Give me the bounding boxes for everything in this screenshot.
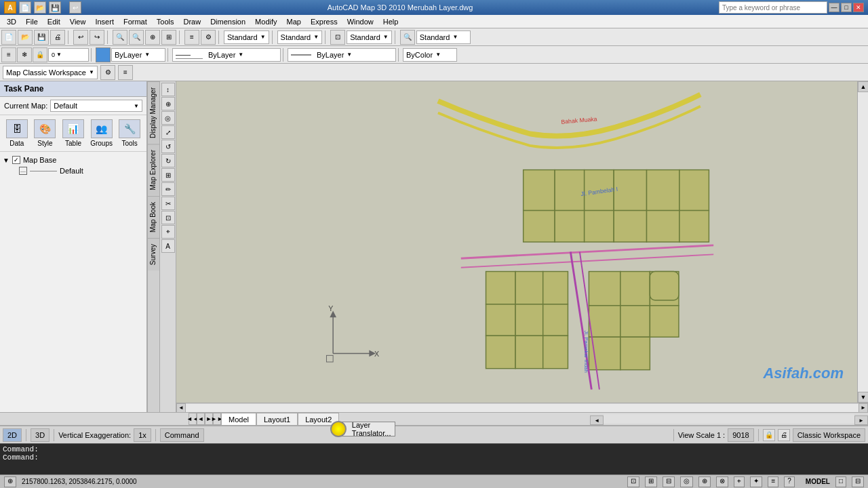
tb-zoom-out[interactable]: 🔍 <box>129 30 144 45</box>
tab-nav-last[interactable]: ►► <box>213 413 221 425</box>
polar-toggle[interactable]: ◎ <box>680 476 693 487</box>
menu-item-draw[interactable]: Draw <box>179 16 205 27</box>
task-icon-table[interactable]: 📊 Table <box>60 119 86 147</box>
osnap-toggle[interactable]: ⊕ <box>698 476 711 487</box>
ortho-toggle[interactable]: ⊟ <box>663 476 675 487</box>
status-print-icon[interactable]: 🖨 <box>778 429 790 441</box>
workspace-status-label[interactable]: Classic Workspace <box>793 428 865 442</box>
dyn-toggle[interactable]: ✦ <box>750 476 762 487</box>
menu-item-tools[interactable]: Tools <box>153 16 178 27</box>
standard-dropdown-2[interactable]: Standard ▼ <box>277 30 323 44</box>
tb-undo[interactable]: ↩ <box>73 30 88 45</box>
lineweight-dropdown[interactable]: ByLayer ▼ <box>288 48 396 62</box>
coord-toggle[interactable]: ⊕ <box>4 476 16 487</box>
layer-visibility-checkbox[interactable] <box>12 156 20 164</box>
snap-toggle[interactable]: ⊡ <box>627 476 639 487</box>
tab-layout1[interactable]: Layout1 <box>256 413 298 425</box>
draw-tb-btn-5[interactable]: ↺ <box>161 140 175 153</box>
draw-tb-btn-1[interactable]: ↕ <box>161 83 175 96</box>
tb-layer[interactable]: ≡ <box>184 30 199 45</box>
expand-icon[interactable]: ▼ <box>3 157 9 164</box>
display-manager-tab[interactable]: Display Manager <box>148 81 159 144</box>
default-layer-checkbox[interactable]: — <box>19 167 27 175</box>
draw-tb-btn-3[interactable]: ◎ <box>161 111 175 125</box>
tb-snap[interactable]: ⊡ <box>330 30 345 45</box>
lineweight-toggle[interactable]: ≡ <box>768 476 778 487</box>
map-explorer-tab[interactable]: Map Explorer <box>148 144 159 195</box>
scroll-left-button[interactable]: ◄ <box>176 403 186 413</box>
tb-search[interactable]: 🔍 <box>400 30 415 45</box>
scroll-track-horizontal[interactable] <box>186 404 859 412</box>
draw-tb-btn-2[interactable]: ⊕ <box>161 97 175 110</box>
tb-layer-lock[interactable]: 🔒 <box>33 47 47 62</box>
command-button[interactable]: Command <box>160 428 204 442</box>
menu-item-file[interactable]: File <box>22 16 42 27</box>
standard-dropdown-1[interactable]: Standard ▼ <box>224 30 269 44</box>
tb-new[interactable]: 📄 <box>1 30 16 45</box>
linetype-dropdown[interactable]: —— ByLayer ▼ <box>172 48 281 62</box>
lock-icon[interactable]: 🔒 <box>763 429 775 441</box>
qp-toggle[interactable]: ? <box>784 476 795 487</box>
menu-item-dimension[interactable]: Dimension <box>206 16 250 27</box>
task-icon-tools[interactable]: 🔧 Tools <box>117 119 142 147</box>
menu-item-express[interactable]: Express <box>307 16 342 27</box>
tb-zoom-in[interactable]: 🔍 <box>113 30 127 45</box>
menu-item-map[interactable]: Map <box>283 16 305 27</box>
menu-item-insert[interactable]: Insert <box>91 16 118 27</box>
layer-input[interactable]: 0 ▼ <box>48 48 89 62</box>
draw-tb-btn-8[interactable]: ✏ <box>161 182 175 196</box>
close-button[interactable]: ✕ <box>853 3 864 12</box>
tb-layer-freeze[interactable]: ❄ <box>17 47 32 62</box>
workspace-dropdown[interactable]: Map Classic Workspace ▼ <box>3 66 98 79</box>
scroll-right-button[interactable]: ► <box>859 403 868 413</box>
menu-item-window[interactable]: Window <box>343 16 378 27</box>
scroll-track-vertical[interactable] <box>858 92 868 392</box>
color-dropdown[interactable]: ByLayer ▼ <box>111 48 165 62</box>
layer-translator-popup[interactable]: Layer Translator... <box>336 422 396 436</box>
current-map-dropdown[interactable]: Default ▼ <box>50 100 142 112</box>
tb-redo[interactable]: ↪ <box>90 30 104 45</box>
tb-save[interactable]: 💾 <box>34 30 49 45</box>
plotstyle-dropdown[interactable]: ByColor ▼ <box>403 48 457 62</box>
tab-nav-prev[interactable]: ◄ <box>197 413 205 425</box>
task-icon-style[interactable]: 🎨 Style <box>33 119 58 147</box>
menu-item-edit[interactable]: Edit <box>43 16 64 27</box>
bottom-scrollbar[interactable]: ◄ ► <box>176 403 868 412</box>
tab-model[interactable]: Model <box>221 413 256 425</box>
minimize-button[interactable]: — <box>829 3 840 12</box>
menu-item-3d[interactable]: 3D <box>3 16 20 27</box>
workspace-settings-icon[interactable]: ⚙ <box>100 65 115 80</box>
tab-scroll-right[interactable]: ► <box>854 415 868 425</box>
draw-tb-btn-12[interactable]: A <box>161 239 175 253</box>
drawing-area[interactable]: Bahak Muaka <box>176 81 857 403</box>
tb-zoom-window[interactable]: ⊞ <box>161 30 176 45</box>
tb-properties[interactable]: ⚙ <box>201 30 216 45</box>
otrack-toggle[interactable]: ⊗ <box>716 476 728 487</box>
paper-model-toggle[interactable]: □ <box>835 476 846 487</box>
task-icon-data[interactable]: 🗄 Data <box>4 119 30 147</box>
scroll-up-button[interactable]: ▲ <box>858 81 868 92</box>
toolbar-icon-open[interactable]: 📂 <box>34 1 46 14</box>
btn-3d[interactable]: 3D <box>31 428 50 442</box>
draw-tb-btn-9[interactable]: ✂ <box>161 197 175 210</box>
menu-item-help[interactable]: Help <box>379 16 403 27</box>
tab-scroll-left[interactable]: ◄ <box>590 415 604 425</box>
draw-tb-btn-4[interactable]: ⤢ <box>161 125 175 139</box>
standard-dropdown-4[interactable]: Standard ▼ <box>416 30 471 44</box>
tb-color-swatch[interactable] <box>96 47 111 62</box>
draw-tb-btn-7[interactable]: ⊞ <box>161 168 175 182</box>
menu-item-view[interactable]: View <box>66 16 90 27</box>
vert-exag-value[interactable]: 1x <box>134 428 151 442</box>
draw-tb-btn-6[interactable]: ↻ <box>161 154 175 167</box>
tb-layer-mgr[interactable]: ≡ <box>1 47 16 62</box>
toolbar-icon-undo[interactable]: ↩ <box>69 1 81 14</box>
survey-tab[interactable]: Survey <box>148 238 159 270</box>
task-icon-groups[interactable]: 👥 Groups <box>89 119 115 147</box>
standard-dropdown-3[interactable]: Standard ▼ <box>347 30 392 44</box>
tb-open[interactable]: 📂 <box>18 30 33 45</box>
btn-2d[interactable]: 2D <box>3 428 22 442</box>
view-scale-value[interactable]: 9018 <box>728 428 753 442</box>
tab-nav-first[interactable]: ◄◄ <box>189 413 197 425</box>
tab-scroll-track[interactable] <box>604 414 854 424</box>
scroll-down-button[interactable]: ▼ <box>858 392 868 403</box>
